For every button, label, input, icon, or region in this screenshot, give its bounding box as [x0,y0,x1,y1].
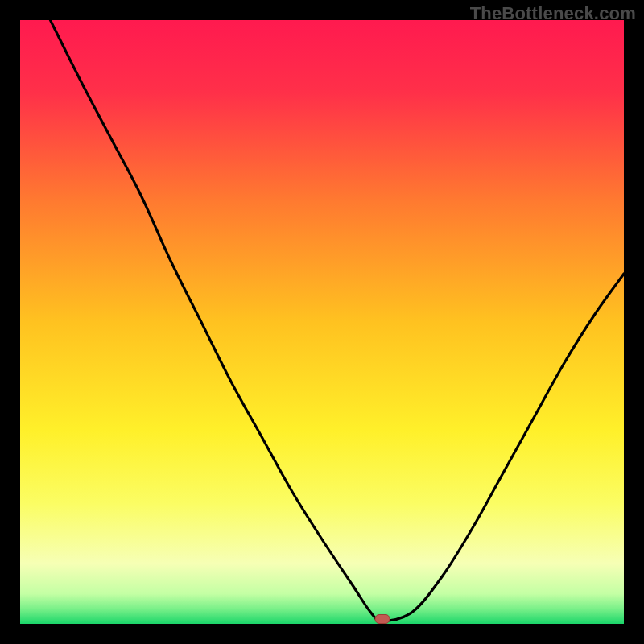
plot-frame [20,20,624,624]
chart-stage: TheBottleneck.com [0,0,644,644]
minimum-marker [375,615,390,624]
plot-svg [20,20,624,624]
gradient-background [20,20,624,624]
